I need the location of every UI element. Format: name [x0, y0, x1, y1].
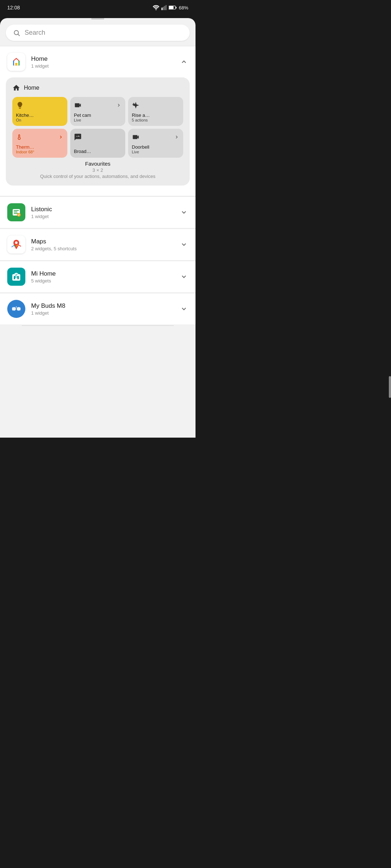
widget-footer-desc: Quick control of your actions, automatio… [12, 174, 183, 179]
app-subtitle-maps: 2 widgets, 5 shortcuts [31, 246, 174, 251]
kitchen-sublabel: On [16, 118, 64, 122]
drag-handle[interactable] [91, 18, 104, 20]
petcam-sublabel: Live [74, 118, 122, 122]
main-sheet: Search [0, 18, 196, 438]
battery-percent: 68% [179, 5, 188, 10]
home-widget-expanded: Home Kitche… On [0, 77, 196, 196]
app-info-home: Home 1 widget [31, 55, 174, 69]
search-bar[interactable]: Search [6, 25, 190, 41]
widget-preview-home: Home Kitche… On [6, 77, 190, 186]
app-icon-listonic [7, 203, 25, 221]
status-bar: 12:08 68% [0, 0, 196, 14]
svg-rect-4 [165, 5, 167, 10]
doorbell-sublabel: Live [132, 150, 180, 154]
widget-preview-header: Home [12, 84, 183, 92]
app-subtitle-mihome: 5 widgets [31, 278, 174, 284]
widget-footer: Favourites 3 × 2 Quick control of your a… [12, 161, 183, 179]
status-time: 12:08 [7, 5, 20, 10]
svg-rect-1 [161, 8, 163, 10]
widget-footer-title: Favourites [12, 161, 183, 167]
app-name-listonic: Listonic [31, 206, 174, 213]
rise-label: Rise a… [132, 112, 180, 118]
svg-line-17 [12, 246, 14, 247]
svg-rect-2 [163, 7, 164, 10]
svg-rect-12 [14, 210, 19, 211]
app-subtitle-mybuds: 1 widget [31, 310, 174, 316]
app-header-mihome[interactable]: Mi Home 5 widgets [0, 261, 196, 292]
widget-home-icon [12, 84, 20, 92]
mybuds-chevron[interactable] [180, 305, 188, 313]
app-subtitle-listonic: 1 widget [31, 214, 174, 219]
widget-cell-kitchen[interactable]: Kitche… On [12, 97, 67, 126]
widget-cell-doorbell[interactable]: Doorbell Live [128, 129, 183, 158]
therm-icon [16, 133, 22, 141]
broadcast-icon [74, 133, 82, 141]
camera-icon-petcam [74, 101, 82, 109]
svg-point-16 [15, 242, 18, 244]
svg-line-20 [18, 245, 21, 246]
svg-point-8 [14, 30, 18, 35]
petcam-label: Pet cam [74, 112, 122, 118]
doorbell-label: Doorbell [132, 144, 180, 150]
camera-icon-doorbell [132, 133, 140, 141]
app-header-home[interactable]: Home 1 widget [0, 46, 196, 77]
home-chevron-up[interactable] [180, 58, 188, 66]
app-info-mihome: Mi Home 5 widgets [31, 270, 174, 284]
widget-grid: Kitche… On [12, 97, 183, 158]
battery-icon [169, 5, 177, 10]
svg-rect-13 [14, 212, 17, 212]
listonic-chevron[interactable] [180, 208, 188, 217]
app-icon-mihome [7, 268, 25, 286]
widget-preview-title: Home [24, 85, 39, 91]
bulb-icon [16, 101, 24, 109]
rise-sublabel: 5 actions [132, 118, 180, 122]
app-section-maps: Maps 2 widgets, 5 shortcuts [0, 229, 196, 260]
maps-chevron[interactable] [180, 240, 188, 249]
svg-point-10 [78, 136, 79, 136]
app-subtitle-home: 1 widget [31, 63, 174, 69]
wifi-icon [153, 5, 159, 10]
sparkle-icon [132, 101, 140, 109]
arrow-right-therm [58, 134, 64, 140]
app-header-listonic[interactable]: Listonic 1 widget [0, 197, 196, 228]
widget-footer-size: 3 × 2 [12, 167, 183, 173]
app-name-mybuds: My Buds M8 [31, 302, 174, 310]
signal-icon [161, 5, 167, 10]
search-placeholder: Search [25, 29, 45, 37]
widget-cell-therm[interactable]: Therm… Indoor 68° [12, 129, 67, 158]
app-section-home: Home 1 widget Home [0, 46, 196, 196]
app-section-mybuds: My Buds M8 1 widget [0, 293, 196, 324]
search-icon [13, 29, 20, 37]
svg-point-0 [155, 9, 156, 10]
app-icon-home [7, 53, 25, 71]
app-name-mihome: Mi Home [31, 270, 174, 277]
app-header-maps[interactable]: Maps 2 widgets, 5 shortcuts [0, 229, 196, 260]
therm-label: Therm… [16, 144, 64, 150]
arrow-right-doorbell [174, 134, 180, 140]
app-name-maps: Maps [31, 238, 174, 245]
app-info-mybuds: My Buds M8 1 widget [31, 302, 174, 316]
app-icon-maps [7, 235, 25, 254]
app-section-listonic: Listonic 1 widget [0, 197, 196, 228]
svg-line-9 [18, 34, 20, 36]
app-name-home: Home [31, 55, 174, 63]
app-section-mihome: Mi Home 5 widgets [0, 261, 196, 292]
arrow-right-petcam [116, 102, 122, 108]
mihome-chevron[interactable] [180, 272, 188, 281]
svg-rect-3 [164, 6, 165, 10]
broad-label: Broad… [74, 149, 122, 154]
status-icons: 68% [153, 5, 188, 10]
app-info-maps: Maps 2 widgets, 5 shortcuts [31, 238, 174, 251]
svg-rect-7 [176, 7, 176, 9]
bottom-progress [22, 325, 174, 326]
app-icon-mybuds [7, 300, 25, 318]
widget-cell-petcam[interactable]: Pet cam Live [70, 97, 125, 126]
svg-rect-14 [14, 213, 18, 214]
therm-sublabel: Indoor 68° [16, 150, 64, 154]
svg-rect-6 [169, 6, 174, 9]
app-info-listonic: Listonic 1 widget [31, 206, 174, 219]
widget-cell-rise[interactable]: Rise a… 5 actions [128, 97, 183, 126]
widget-cell-broad[interactable]: Broad… [70, 129, 125, 158]
app-header-mybuds[interactable]: My Buds M8 1 widget [0, 293, 196, 324]
kitchen-label: Kitche… [16, 112, 64, 118]
